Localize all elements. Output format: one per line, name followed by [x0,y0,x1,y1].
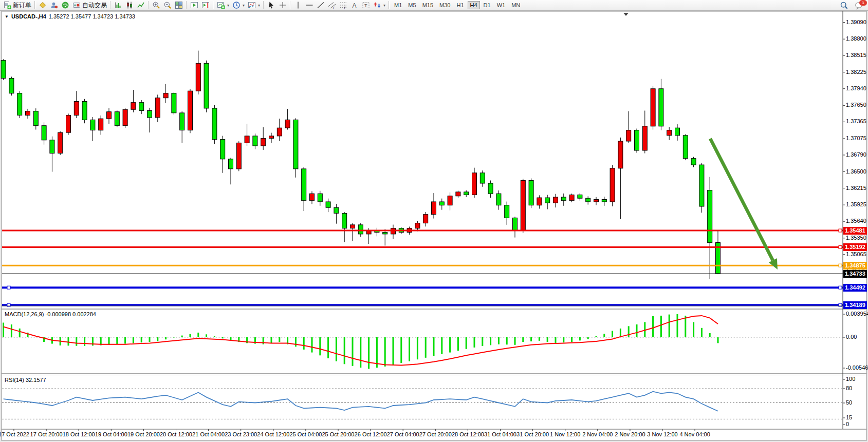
current-price-badge: 1.34733 [843,270,867,278]
rsi-axis-label: 15 [846,414,852,420]
price-tick-label: 1.38515 [846,52,866,58]
macd-label: MACD(12,26,9) -0.000998 0.002284 [5,311,96,317]
price-tick-label: 1.35925 [846,201,866,207]
time-label: 21 Oct 04:00 [192,431,225,437]
macd-axis-label: 0.00 [846,334,857,340]
rsi-axis-label: 100 [846,376,855,382]
time-label: 17 Oct 2022 [0,431,29,437]
line-handle[interactable] [839,264,842,267]
plot-area[interactable] [0,0,868,442]
time-label: 28 Oct 12:00 [452,431,484,437]
price-badge-1.34189: 1.34189 [843,301,867,309]
price-badge-1.34492: 1.34492 [843,284,867,292]
line-handle[interactable] [839,246,842,249]
price-tick-label: 1.35065 [846,251,866,257]
symbol-dropdown-icon[interactable]: ▼ [5,14,9,19]
time-label: 27 Oct 04:00 [387,431,419,437]
price-tick-label: 1.35350 [846,235,866,241]
time-label: 26 Oct 12:00 [355,431,387,437]
time-label: 23 Oct 23:00 [225,431,257,437]
price-tick-label: 1.36215 [846,185,866,191]
time-label: 18 Oct 12:00 [63,431,95,437]
price-tick-label: 1.38800 [846,35,866,42]
rsi-axis-label: 0 [846,421,849,427]
time-label: 25 Oct 04:00 [289,431,322,437]
rsi-axis-label: 50 [846,399,852,406]
rsi-axis-label: 80 [846,385,852,391]
symbol-title: USDCAD-,H4 [11,13,46,20]
time-label: 24 Oct 12:00 [257,431,289,437]
symbol-line: ▼ USDCAD-,H4 1.35272 1.35477 1.34723 1.3… [5,13,135,20]
mt4-window: 新订单自动交易▾▾▾EFAT▾M1M5M15M30H1H4D1W1MN1 ▼ U… [0,0,868,442]
price-tick-label: 1.38225 [846,69,866,75]
time-label: 31 Oct 04:00 [484,431,516,437]
price-badge-1.35192: 1.35192 [843,243,867,251]
price-badge-1.34875: 1.34875 [843,262,867,270]
chart-background [2,11,866,440]
time-label: 4 Nov 04:00 [679,431,710,437]
price-tick-label: 1.35640 [846,218,866,224]
price-tick-label: 1.37650 [846,102,866,108]
time-label: 3 Nov 12:00 [647,431,677,437]
time-label: 2 Nov 20:00 [615,431,645,437]
price-badge-1.35481: 1.35481 [843,227,867,235]
line-handle[interactable] [839,229,842,232]
time-label: 25 Oct 20:00 [322,431,355,437]
time-label: 19 Oct 20:00 [127,431,160,437]
time-label: 17 Oct 20:00 [30,431,63,437]
price-tick-label: 1.37940 [846,85,866,91]
line-handle[interactable] [839,286,842,289]
price-tick-label: 1.37075 [846,135,866,141]
time-label: 20 Oct 12:00 [160,431,192,437]
price-tick-label: 1.36500 [846,168,866,175]
macd-axis-label: 0.003954 [846,311,868,317]
time-label: 1 Nov 12:00 [550,431,580,437]
time-label: 2 Nov 04:00 [582,431,613,437]
time-label: 19 Oct 04:00 [95,431,127,437]
time-label: 31 Oct 20:00 [516,431,549,437]
line-handle[interactable] [7,286,10,289]
time-label: 27 Oct 20:00 [419,431,452,437]
rsi-label: RSI(14) 32.1577 [5,377,46,383]
macd-axis-label: -0.005464 [846,364,868,371]
price-tick-label: 1.39090 [846,19,866,25]
price-tick-label: 1.36790 [846,151,866,158]
ohlc-values: 1.35272 1.35477 1.34723 1.34733 [49,13,135,20]
price-tick-label: 1.37365 [846,118,866,124]
